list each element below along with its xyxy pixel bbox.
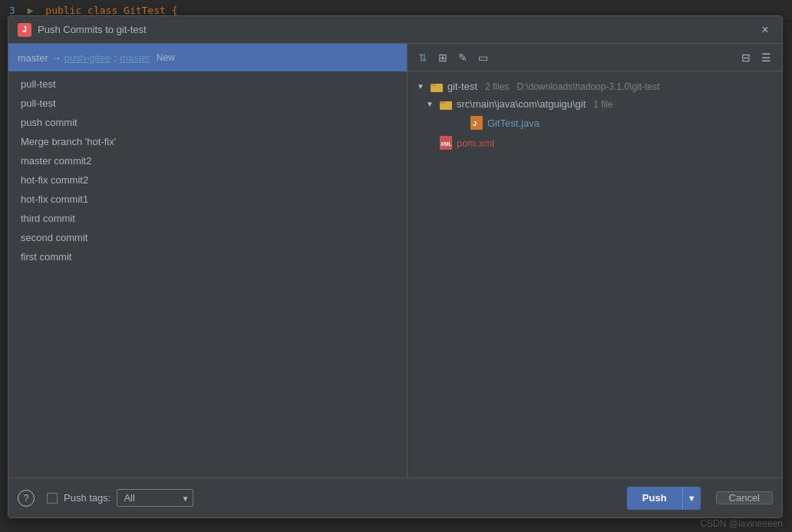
line-number: 3 [9, 5, 15, 16]
root-path: D:\downloads\hadoop-3.1.0\git-test [516, 81, 659, 92]
toolbar-right: ⊟ ☰ [738, 50, 774, 65]
push-tags-container: Push tags: All [47, 489, 193, 507]
footer: ? Push tags: All Push ▼ Cancel [8, 477, 782, 517]
left-panel: master → push-gitee : master New pull-te… [8, 44, 408, 477]
svg-rect-1 [431, 84, 436, 86]
main-content: master → push-gitee : master New pull-te… [8, 44, 782, 477]
edit-button[interactable]: ✎ [455, 50, 470, 65]
app-icon: J [18, 23, 31, 37]
commit-list-item[interactable]: master commit2 [8, 151, 407, 170]
push-tags-checkbox[interactable] [47, 493, 58, 504]
pin-button[interactable]: ⇅ [415, 50, 431, 65]
title-bar-left: J Push Commits to git-test [18, 23, 147, 37]
branch-separator: : [114, 52, 117, 64]
commit-list-item[interactable]: pull-test [8, 94, 407, 113]
xml-file-icon: XML [440, 136, 452, 150]
root-chevron-icon: ▼ [417, 82, 426, 91]
tree-view-button[interactable]: ⊞ [435, 50, 450, 65]
code-text: public class GitTest { [45, 5, 177, 16]
push-button-group: Push ▼ [627, 487, 701, 510]
root-file-count: 2 files [485, 81, 509, 92]
cancel-button[interactable]: Cancel [716, 491, 773, 504]
commit-list-item[interactable]: second commit [8, 228, 407, 247]
branch-arrow-icon: → [51, 52, 61, 64]
toolbar-left: ⇅ ⊞ ✎ ▭ [415, 50, 491, 65]
tags-select-wrapper: All [117, 489, 193, 507]
commit-list-item[interactable]: push commit [8, 113, 407, 132]
commits-list: pull-testpull-testpush commitMerge branc… [8, 71, 407, 477]
remote-branch-link[interactable]: push-gitee [64, 52, 111, 64]
dialog-title: Push Commits to git-test [38, 24, 147, 35]
commit-list-item[interactable]: pull-test [8, 74, 407, 94]
svg-text:J: J [473, 120, 477, 127]
xml-file-item[interactable]: ▶ XML pom.xml [408, 133, 782, 153]
doc-button[interactable]: ▭ [475, 50, 491, 65]
local-branch-label: master [18, 52, 48, 64]
commit-list-item[interactable]: first commit [8, 247, 407, 266]
svg-rect-3 [440, 101, 445, 104]
right-panel: ⇅ ⊞ ✎ ▭ ⊟ ☰ ▼ g [408, 44, 782, 477]
expand-button[interactable]: ☰ [758, 50, 774, 65]
commit-list-item[interactable]: hot-fix commit2 [8, 170, 407, 190]
collapse-all-button[interactable]: ⊟ [738, 50, 754, 65]
help-button[interactable]: ? [18, 490, 35, 507]
xml-file-label: pom.xml [457, 137, 494, 149]
tags-select[interactable]: All [117, 489, 193, 507]
file-tree: ▼ git-test 2 files D:\downloads\hadoop-3… [408, 71, 782, 477]
push-dropdown-button[interactable]: ▼ [682, 487, 701, 510]
push-tags-label: Push tags: [64, 492, 111, 504]
close-button[interactable]: × [757, 22, 773, 38]
root-folder-label: git-test [447, 81, 477, 92]
java-file-item[interactable]: ▶ J GitTest.java [408, 113, 782, 133]
remote-master-link[interactable]: master [120, 52, 150, 64]
branch-header: master → push-gitee : master New [8, 44, 407, 71]
subfolder-icon [440, 99, 452, 110]
new-badge: New [157, 52, 175, 63]
right-toolbar: ⇅ ⊞ ✎ ▭ ⊟ ☰ [408, 44, 782, 71]
run-icon: ▶ [28, 5, 34, 16]
commit-list-item[interactable]: hot-fix commit1 [8, 190, 407, 209]
tree-root-item[interactable]: ▼ git-test 2 files D:\downloads\hadoop-3… [408, 78, 782, 95]
subfolder-file-count: 1 file [593, 99, 612, 110]
java-file-icon: J [470, 116, 483, 130]
push-commits-dialog: J Push Commits to git-test × master → pu… [8, 15, 783, 518]
root-folder-icon [431, 81, 443, 92]
title-bar: J Push Commits to git-test × [8, 16, 782, 44]
svg-text:XML: XML [441, 141, 452, 147]
java-file-label: GitTest.java [487, 117, 540, 129]
tree-subfolder-item[interactable]: ▼ src\main\java\com\atguigu\git 1 file [408, 95, 782, 113]
subfolder-label: src\main\java\com\atguigu\git [457, 98, 586, 110]
watermark: CSDN @lavineeeen [700, 518, 783, 529]
commit-list-item[interactable]: third commit [8, 209, 407, 228]
subfolder-chevron-icon: ▼ [426, 100, 435, 108]
push-button[interactable]: Push [627, 487, 682, 510]
commit-list-item[interactable]: Merge branch 'hot-fix' [8, 132, 407, 151]
